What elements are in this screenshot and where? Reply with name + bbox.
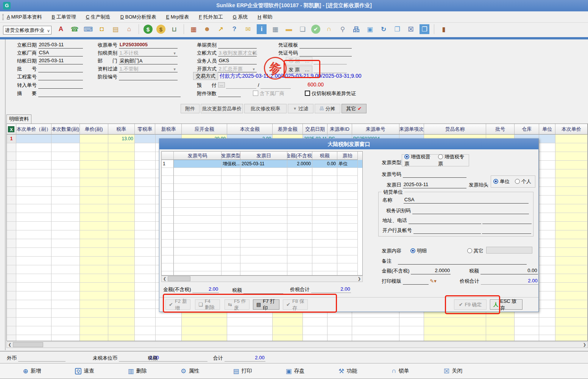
- table-cell[interactable]: [108, 309, 135, 318]
- table-cell[interactable]: [135, 257, 156, 265]
- home-icon[interactable]: ⌂: [124, 24, 134, 34]
- scroll-right-icon[interactable]: ❯: [582, 343, 588, 347]
- dialog-cell[interactable]: [240, 216, 287, 224]
- dialog-cell[interactable]: [174, 200, 221, 208]
- table-cell[interactable]: [80, 248, 108, 257]
- table-cell[interactable]: [51, 187, 80, 196]
- workstation-icon[interactable]: ⌨: [83, 24, 93, 34]
- table-cell[interactable]: [51, 274, 80, 283]
- table-cell[interactable]: [16, 178, 51, 187]
- dialog-cell[interactable]: [221, 168, 240, 176]
- dialog-cell[interactable]: [312, 216, 337, 224]
- f8-save-button[interactable]: ✔F8 保存: [283, 299, 308, 310]
- table-cell[interactable]: [555, 213, 588, 222]
- table-cell[interactable]: [51, 169, 80, 178]
- invoice-row[interactable]: [162, 216, 362, 224]
- table-cell[interactable]: [108, 161, 135, 169]
- dialog-cell[interactable]: [174, 208, 221, 216]
- dialog-cell[interactable]: [287, 216, 312, 224]
- table-cell[interactable]: [352, 326, 399, 335]
- dialog-row-number[interactable]: [162, 240, 174, 247]
- table-cell[interactable]: [51, 335, 80, 341]
- invoice-row[interactable]: [162, 255, 362, 263]
- table-cell[interactable]: [80, 204, 108, 213]
- dialog-cell[interactable]: [221, 208, 240, 216]
- invoice-list[interactable]: 发票号码发票类型发票日金额(不含税)税额票抬 1增值税…2025-03-112.…: [161, 151, 363, 276]
- voucher-no-input[interactable]: [299, 50, 352, 56]
- print-template-icon[interactable]: ✎▾: [430, 278, 436, 284]
- table-cell[interactable]: [135, 318, 156, 326]
- prepay-input2[interactable]: [260, 82, 291, 89]
- quick-search-button[interactable]: Q速查: [58, 368, 111, 374]
- table-cell[interactable]: [51, 283, 80, 291]
- table-cell[interactable]: [80, 257, 108, 265]
- tax-class-select[interactable]: 1.不计税: [119, 50, 178, 56]
- table-cell[interactable]: [135, 309, 156, 318]
- project-input[interactable]: [38, 74, 83, 80]
- invoice-row[interactable]: [162, 200, 362, 208]
- close-button[interactable]: ☒关闭: [427, 367, 479, 375]
- refresh-icon[interactable]: ↻: [379, 24, 388, 34]
- dialog-cell[interactable]: [174, 263, 221, 271]
- table-cell[interactable]: [539, 257, 555, 265]
- dialog-row-number[interactable]: [162, 208, 174, 216]
- invoice-row[interactable]: [162, 263, 362, 271]
- mail-icon[interactable]: ✉: [243, 24, 253, 34]
- table-cell[interactable]: [135, 335, 156, 341]
- menu-outsourcing[interactable]: F 托外加工: [199, 14, 223, 20]
- phone-icon[interactable]: ☎: [70, 24, 80, 34]
- table-cell[interactable]: [16, 222, 51, 230]
- table-cell[interactable]: [135, 169, 156, 178]
- table-cell[interactable]: [16, 309, 51, 318]
- table-cell[interactable]: [227, 318, 273, 326]
- invoice-button[interactable]: 发 票 …: [286, 66, 312, 74]
- table-cell[interactable]: [108, 257, 135, 265]
- table-cell[interactable]: [555, 161, 588, 169]
- table-cell[interactable]: [80, 161, 108, 169]
- invoice-row[interactable]: [162, 240, 362, 247]
- table-cell[interactable]: [108, 178, 135, 187]
- table-cell[interactable]: [108, 283, 135, 291]
- table-cell[interactable]: [555, 257, 588, 265]
- dialog-cell[interactable]: [312, 247, 337, 255]
- table-cell[interactable]: [555, 204, 588, 213]
- dialog-cell[interactable]: [174, 240, 221, 247]
- table-cell[interactable]: [539, 326, 555, 335]
- table-cell[interactable]: [135, 152, 156, 161]
- table-cell[interactable]: [555, 196, 588, 204]
- table-cell[interactable]: [80, 213, 108, 222]
- dialog-cell[interactable]: [221, 184, 240, 192]
- table-cell[interactable]: [303, 326, 328, 335]
- table-cell[interactable]: [51, 143, 80, 152]
- seller-addr-input[interactable]: [409, 217, 481, 224]
- dialog-cell[interactable]: [221, 240, 240, 247]
- table-cell[interactable]: [16, 239, 51, 248]
- table-cell[interactable]: [16, 248, 51, 257]
- module-combo[interactable]: 进货立帐收票作业 ∨: [3, 26, 51, 34]
- table-cell[interactable]: [51, 326, 80, 335]
- data-filter-select[interactable]: 1.不管制: [119, 66, 178, 72]
- table-cell[interactable]: [424, 326, 487, 335]
- scroll-thumb[interactable]: [168, 276, 190, 281]
- scroll-thumb[interactable]: [13, 342, 43, 347]
- dialog-cell[interactable]: [287, 232, 312, 240]
- table-cell[interactable]: [16, 265, 51, 274]
- dialog-cell[interactable]: [240, 200, 287, 208]
- table-cell[interactable]: [16, 161, 51, 169]
- table-cell[interactable]: [51, 178, 80, 187]
- dialog-cell[interactable]: [287, 200, 312, 208]
- table-cell[interactable]: [555, 178, 588, 187]
- table-cell[interactable]: [227, 326, 273, 335]
- excel-export-icon[interactable]: X: [7, 124, 16, 135]
- table-cell[interactable]: [399, 326, 424, 335]
- table-cell[interactable]: [16, 152, 51, 161]
- dialog-cell[interactable]: [174, 176, 221, 184]
- dialog-cell[interactable]: 2025-03-11: [240, 160, 287, 168]
- table-cell[interactable]: [539, 248, 555, 257]
- attachment-button[interactable]: 附件: [181, 104, 200, 113]
- table-cell[interactable]: [555, 248, 588, 257]
- table-cell[interactable]: [515, 318, 539, 326]
- table-cell[interactable]: [135, 248, 156, 257]
- dialog-cell[interactable]: [174, 247, 221, 255]
- dialog-cell[interactable]: [221, 224, 240, 232]
